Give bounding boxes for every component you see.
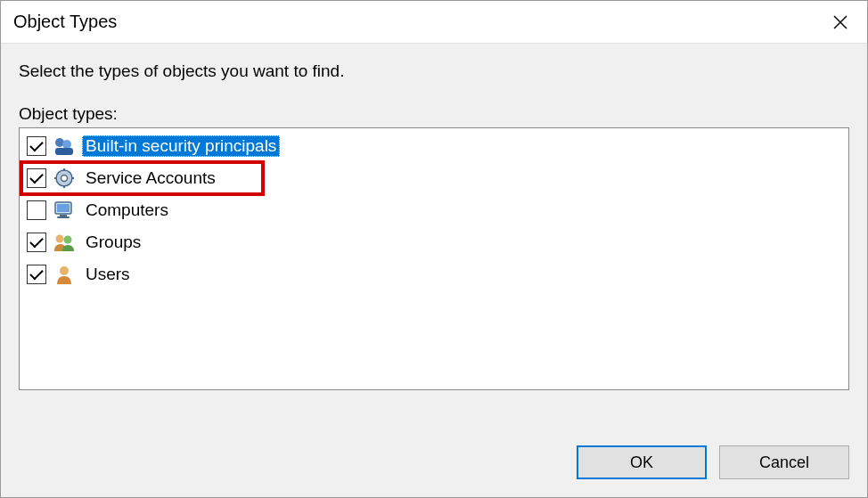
ok-button[interactable]: OK	[577, 445, 707, 479]
checkbox[interactable]	[27, 168, 46, 188]
cancel-button[interactable]: Cancel	[719, 445, 849, 479]
item-label[interactable]: Service Accounts	[82, 167, 219, 189]
svg-point-17	[60, 266, 69, 275]
list-item[interactable]: Service Accounts	[21, 162, 847, 194]
user-icon	[51, 262, 78, 287]
object-types-dialog: Object Types Select the types of objects…	[0, 0, 868, 498]
item-label[interactable]: Groups	[82, 232, 144, 253]
titlebar: Object Types	[1, 1, 867, 44]
svg-rect-13	[60, 215, 67, 216]
instruction-text: Select the types of objects you want to …	[19, 61, 849, 81]
checkbox[interactable]	[27, 200, 46, 220]
dialog-content: Select the types of objects you want to …	[1, 44, 867, 428]
svg-point-6	[61, 176, 68, 182]
close-icon	[833, 15, 848, 29]
object-types-list[interactable]: Built-in security principalsService Acco…	[19, 127, 849, 390]
dialog-title: Object Types	[13, 12, 117, 32]
list-item[interactable]: Built-in security principals	[21, 130, 847, 162]
group-icon	[51, 230, 78, 255]
item-label[interactable]: Computers	[82, 200, 172, 221]
svg-point-3	[62, 140, 71, 149]
svg-point-16	[64, 236, 72, 244]
checkbox[interactable]	[27, 136, 46, 156]
item-label[interactable]: Built-in security principals	[82, 135, 280, 157]
service-icon	[51, 166, 78, 191]
list-item[interactable]: Users	[21, 258, 847, 290]
checkbox[interactable]	[27, 233, 46, 252]
computer-icon	[51, 198, 78, 223]
item-label[interactable]: Users	[82, 264, 134, 285]
svg-rect-12	[57, 204, 70, 212]
list-item[interactable]: Groups	[21, 226, 847, 258]
svg-point-15	[56, 235, 64, 243]
svg-rect-14	[57, 216, 70, 218]
svg-rect-4	[55, 148, 73, 155]
close-button[interactable]	[826, 8, 855, 37]
list-label: Object types:	[19, 104, 849, 124]
checkbox[interactable]	[27, 265, 46, 284]
button-bar: OK Cancel	[1, 428, 867, 497]
principals-icon	[51, 134, 78, 159]
list-item[interactable]: Computers	[21, 194, 847, 226]
